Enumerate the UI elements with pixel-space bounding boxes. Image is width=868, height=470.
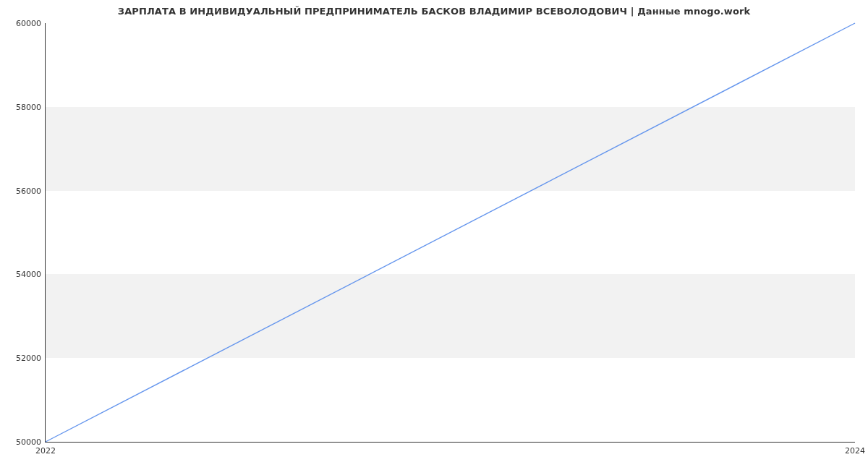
y-tick-label: 58000 — [16, 102, 41, 111]
chart-title: ЗАРПЛАТА В ИНДИВИДУАЛЬНЫЙ ПРЕДПРИНИМАТЕЛ… — [0, 6, 868, 17]
plot-area: 50000 52000 54000 56000 58000 60000 2022… — [45, 23, 855, 443]
y-tick-label: 52000 — [16, 354, 41, 363]
chart-container: ЗАРПЛАТА В ИНДИВИДУАЛЬНЫЙ ПРЕДПРИНИМАТЕЛ… — [0, 0, 868, 470]
line-layer — [46, 23, 855, 442]
y-tick-label: 54000 — [16, 270, 41, 279]
y-tick-label: 50000 — [16, 437, 41, 447]
x-tick-label: 2024 — [845, 446, 865, 456]
series-line — [46, 23, 855, 442]
y-tick-label: 60000 — [16, 19, 41, 28]
y-tick-label: 56000 — [16, 186, 41, 195]
x-tick-label: 2022 — [35, 446, 56, 456]
